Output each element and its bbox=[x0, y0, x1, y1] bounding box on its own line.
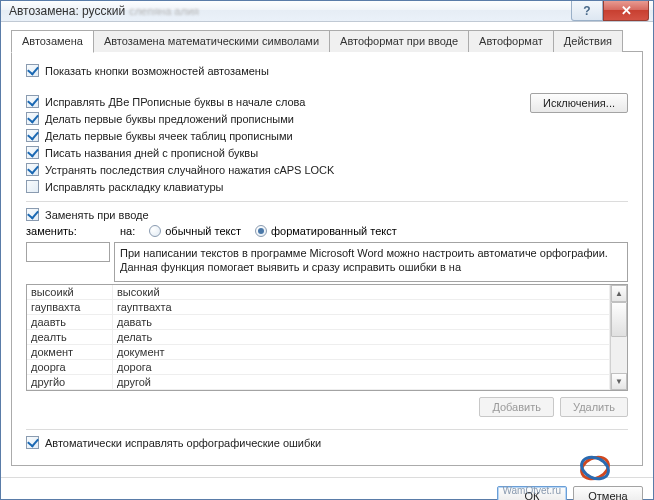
dialog-window: Автозамена: русский слепяна алия ? ✕ Авт… bbox=[0, 0, 654, 500]
tab-content: Показать кнопки возможностей автозамены … bbox=[11, 51, 643, 466]
tab-panel: Автозамена Автозамена математическими си… bbox=[1, 22, 653, 477]
dialog-footer: WamOtvet.ru ОК Отмена bbox=[1, 477, 653, 500]
replacement-table: высоикйвысокий гаупвахтагауптвахта даавт… bbox=[26, 284, 628, 391]
replace-on-input-checkbox[interactable]: Заменять при вводе bbox=[26, 208, 628, 221]
tab-actions[interactable]: Действия bbox=[553, 30, 623, 52]
radio-icon bbox=[149, 225, 161, 237]
capitalize-day-names-checkbox[interactable]: Писать названия дней с прописной буквы bbox=[26, 146, 628, 159]
table-row[interactable]: даавтьдавать bbox=[27, 315, 610, 330]
separator bbox=[26, 429, 628, 430]
scroll-thumb[interactable] bbox=[611, 302, 627, 337]
radio-formatted-text[interactable]: форматированный текст bbox=[255, 225, 397, 237]
fix-keyboard-layout-checkbox[interactable]: Исправлять раскладку клавиатуры bbox=[26, 180, 628, 193]
delete-button[interactable]: Удалить bbox=[560, 397, 628, 417]
table-row[interactable]: высоикйвысокий bbox=[27, 285, 610, 300]
table-row[interactable]: деалтьделать bbox=[27, 330, 610, 345]
tab-strip: Автозамена Автозамена математическими си… bbox=[11, 30, 643, 52]
checkbox-icon bbox=[26, 163, 39, 176]
capitalize-table-cells-checkbox[interactable]: Делать первые буквы ячеек таблиц прописн… bbox=[26, 129, 628, 142]
replace-input[interactable] bbox=[26, 242, 110, 262]
title-blurred-extra: слепяна алия bbox=[129, 5, 199, 17]
cancel-button[interactable]: Отмена bbox=[573, 486, 643, 500]
table-row[interactable]: дооргадорога bbox=[27, 360, 610, 375]
with-preview[interactable]: При написании текстов в программе Micros… bbox=[114, 242, 628, 282]
checkbox-icon bbox=[26, 146, 39, 159]
capitalize-sentence-checkbox[interactable]: Делать первые буквы предложений прописны… bbox=[26, 112, 628, 125]
add-button[interactable]: Добавить bbox=[479, 397, 554, 417]
checkbox-icon bbox=[26, 95, 39, 108]
checkbox-icon bbox=[26, 64, 39, 77]
checkbox-icon bbox=[26, 129, 39, 142]
tab-autocorrect[interactable]: Автозамена bbox=[11, 30, 94, 53]
help-button[interactable]: ? bbox=[571, 1, 603, 21]
checkbox-icon bbox=[26, 180, 39, 193]
table-row[interactable]: гаупвахтагауптвахта bbox=[27, 300, 610, 315]
separator bbox=[26, 201, 628, 202]
scroll-down-icon[interactable]: ▼ bbox=[611, 373, 627, 390]
radio-plain-text[interactable]: обычный текст bbox=[149, 225, 241, 237]
radio-icon bbox=[255, 225, 267, 237]
close-button[interactable]: ✕ bbox=[603, 1, 649, 21]
scroll-track[interactable] bbox=[611, 302, 627, 373]
table-body[interactable]: высоикйвысокий гаупвахтагауптвахта даавт… bbox=[27, 285, 610, 390]
tab-autoformat-typing[interactable]: Автоформат при вводе bbox=[329, 30, 469, 52]
replace-label: заменить: bbox=[26, 225, 106, 237]
window-title: Автозамена: русский bbox=[9, 4, 125, 18]
titlebar[interactable]: Автозамена: русский слепяна алия ? ✕ bbox=[1, 1, 653, 22]
checkbox-icon bbox=[26, 112, 39, 125]
table-row[interactable]: докментдокумент bbox=[27, 345, 610, 360]
checkbox-icon bbox=[26, 436, 39, 449]
tab-math-autocorrect[interactable]: Автозамена математическими символами bbox=[93, 30, 330, 52]
show-autocorrect-buttons-checkbox[interactable]: Показать кнопки возможностей автозамены bbox=[26, 64, 628, 77]
fix-two-caps-checkbox[interactable]: Исправлять ДВе ПРописные буквы в начале … bbox=[26, 95, 628, 108]
scroll-up-icon[interactable]: ▲ bbox=[611, 285, 627, 302]
fix-caps-lock-checkbox[interactable]: Устранять последствия случайного нажатия… bbox=[26, 163, 628, 176]
vertical-scrollbar[interactable]: ▲ ▼ bbox=[610, 285, 627, 390]
table-row[interactable]: другйодругой bbox=[27, 375, 610, 390]
auto-spellfix-checkbox[interactable]: Автоматически исправлять орфографические… bbox=[26, 436, 628, 449]
with-label: на: bbox=[120, 225, 135, 237]
checkbox-icon bbox=[26, 208, 39, 221]
tab-autoformat[interactable]: Автоформат bbox=[468, 30, 554, 52]
ok-button[interactable]: ОК bbox=[497, 486, 567, 500]
